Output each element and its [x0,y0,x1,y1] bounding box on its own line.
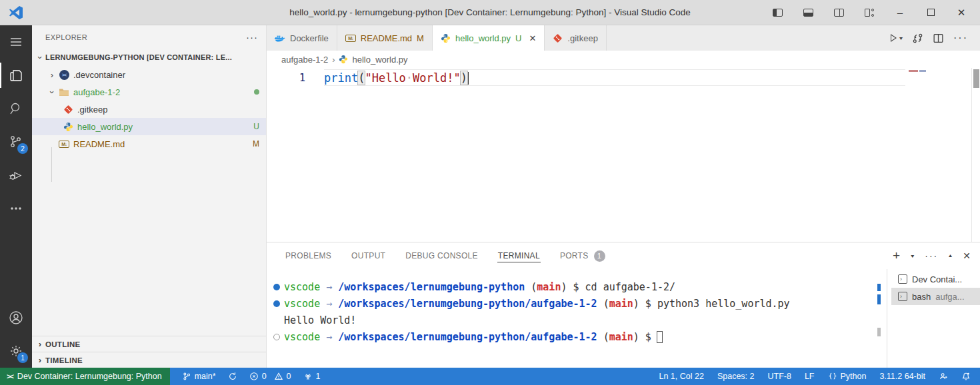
git-icon [553,33,563,43]
chevron-right-icon [35,339,45,349]
chevron-down-icon [35,53,45,63]
chevron-down-icon[interactable]: ▾ [911,253,914,259]
bottom-panel: PROBLEMS OUTPUT DEBUG CONSOLE TERMINAL P… [267,242,980,368]
scrollbar-thumb[interactable] [973,69,979,88]
scm-badge: 2 [17,143,28,154]
language-mode[interactable]: Python [828,372,867,381]
indentation[interactable]: Spaces: 2 [717,372,755,381]
toggle-panel-icon[interactable] [795,3,821,23]
breadcrumb-folder[interactable]: aufgabe-1-2 [281,55,328,65]
notifications-button[interactable] [961,372,971,381]
tab-hello-world[interactable]: hello_world.py U ✕ [433,25,545,51]
remote-label: Dev Container: Lernumgebung: Python [17,372,162,381]
minimize-button[interactable]: – [887,3,913,23]
branch-status[interactable]: main* [182,372,216,381]
modified-dot [254,89,259,95]
explorer-more-icon[interactable]: ··· [246,31,258,43]
search-icon[interactable] [0,92,32,125]
terminal-command: $ cd aufgabe-1-2/ [567,281,675,293]
close-button[interactable]: ✕ [948,3,975,23]
remote-indicator[interactable]: >< Dev Container: Lernumgebung: Python [0,368,170,385]
file-name: .gitkeep [77,105,108,115]
new-terminal-icon[interactable]: + [893,248,900,263]
open-changes-icon[interactable] [912,33,923,44]
more-actions-icon[interactable]: ··· [925,250,938,261]
tab-dockerfile[interactable]: Dockerfile [267,25,337,51]
minimap-code-mark [909,70,918,72]
tree-item-devcontainer[interactable]: >< .devcontainer [32,66,266,83]
run-debug-icon[interactable] [0,159,32,192]
runtime-label: 3.11.2 64-bit [879,372,925,381]
terminal-command: $ [639,331,651,343]
run-python-button[interactable]: ▾ [891,34,903,42]
breadcrumb-file[interactable]: hello_world.py [352,55,407,65]
terminal-icon: › [898,274,907,284]
more-views-icon[interactable] [0,192,32,225]
close-tab-icon[interactable]: ✕ [529,33,536,43]
menu-icon[interactable] [0,25,32,59]
terminal-line: vscode → /workspaces/lernumgebung-python… [284,278,887,295]
tab-readme[interactable]: M↓ README.md M [337,25,433,51]
timeline-section[interactable]: TIMELINE [32,352,266,368]
tab-output[interactable]: OUTPUT [351,243,386,268]
split-editor-icon[interactable] [933,33,944,44]
customize-layout-icon[interactable] [856,3,883,23]
explorer-icon[interactable] [0,59,32,92]
tree-item-readme[interactable]: M↓ README.md M [32,135,266,153]
python-runtime[interactable]: 3.11.2 64-bit [879,372,925,381]
terminal-output-line: Hello World! [284,312,887,328]
tab-label: hello_world.py [455,33,511,43]
cursor-position[interactable]: Ln 1, Col 22 [659,372,703,381]
error-icon [249,372,259,381]
tab-debug-console[interactable]: DEBUG CONSOLE [405,243,479,268]
command-mark [877,284,881,291]
terminal-tab-devcontainer[interactable]: › Dev Contai... [891,270,980,288]
panel-body: vscode → /workspaces/lernumgebung-python… [267,269,980,368]
toggle-secondary-sidebar-icon[interactable] [825,3,852,23]
breadcrumb[interactable]: aufgabe-1-2 › hello_world.py [267,51,980,68]
tab-problems[interactable]: PROBLEMS [285,243,332,268]
more-actions-icon[interactable]: ··· [953,32,968,44]
warning-icon [274,372,283,381]
tab-terminal[interactable]: TERMINAL [497,243,541,268]
section-label: TIMELINE [45,356,83,364]
tree-item-hello-world[interactable]: hello_world.py U [32,118,266,135]
eol-sequence[interactable]: LF [805,372,815,381]
activity-bar: 2 1 [0,25,32,368]
terminal-viewport[interactable]: vscode → /workspaces/lernumgebung-python… [267,269,887,368]
chevron-down-icon: ▾ [899,35,903,41]
file-name: README.md [73,139,125,149]
tab-label: README.md [361,33,412,43]
source-control-icon[interactable]: 2 [0,125,32,159]
close-panel-icon[interactable]: ✕ [963,250,971,261]
outline-section[interactable]: OUTLINE [32,336,266,352]
tree-item-gitkeep[interactable]: .gitkeep [32,101,266,118]
sync-button[interactable] [228,372,237,381]
bell-icon [961,372,971,381]
terminal-tab-bash[interactable]: › bash aufga... [891,288,980,305]
command-mark [877,294,881,304]
toggle-primary-sidebar-icon[interactable] [764,3,791,23]
breadcrumb-separator: › [332,55,335,65]
tree-root[interactable]: LERNUMGEBUNG-PYTHON [DEV CONTAINER: LE..… [32,49,266,66]
python-icon [441,33,451,43]
editor-actions: ▾ ··· [891,25,980,51]
maximize-panel-icon[interactable]: ▾ [949,253,952,259]
ports-status[interactable]: 1 [303,372,321,381]
encoding-label: UTF-8 [767,372,791,381]
token-string: World!" [413,71,461,85]
terminal-tab-label: bash [912,292,931,302]
tree-item-aufgabe-1-2[interactable]: aufgabe-1-2 [32,83,266,101]
tab-gitkeep[interactable]: .gitkeep [545,25,607,51]
editor-tab-bar: Dockerfile M↓ README.md M hello_world.py… [267,25,980,51]
gear-icon[interactable]: 1 [0,334,32,368]
feedback-icon [939,372,948,381]
account-icon[interactable] [0,301,32,334]
main-area: 2 1 EXPLORER ··· [0,25,980,368]
feedback-button[interactable] [939,372,948,381]
encoding[interactable]: UTF-8 [767,372,791,381]
tab-ports[interactable]: PORTS 1 [559,242,606,270]
maximize-button[interactable] [917,3,944,23]
panel-actions: + ▾ ··· ▾ ✕ [893,248,971,263]
problems-status[interactable]: 0 0 [249,372,291,381]
